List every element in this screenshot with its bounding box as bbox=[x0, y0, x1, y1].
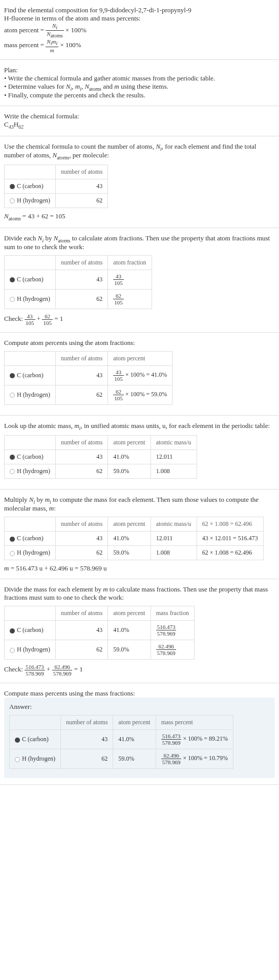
hydrogen-dot-icon bbox=[10, 648, 15, 653]
t: by bbox=[44, 234, 54, 242]
label: atom percent = bbox=[4, 26, 46, 34]
hydrogen-dot-icon bbox=[10, 469, 15, 474]
masspct-table: number of atomsatom percentmass percent … bbox=[9, 715, 233, 769]
val: 43 bbox=[55, 366, 108, 385]
val: 1.008 bbox=[151, 546, 197, 560]
hydrogen-dot-icon bbox=[10, 393, 15, 398]
carbon-dot-icon bbox=[10, 184, 15, 189]
text: using these items. bbox=[119, 83, 168, 90]
el: H (hydrogen) bbox=[22, 755, 55, 762]
col-header: atom fraction bbox=[108, 256, 152, 270]
d: 578.969 bbox=[25, 670, 45, 677]
hydrogen-dot-icon bbox=[10, 551, 15, 556]
val: 43 × 12.011 = 516.473 bbox=[197, 532, 263, 546]
d: 105 bbox=[113, 395, 124, 401]
el: H (hydrogen) bbox=[17, 549, 50, 556]
atom-percent-formula: atom percent = NiNatoms × 100% bbox=[4, 23, 275, 38]
hydrogen-dot-icon bbox=[10, 198, 15, 203]
col-header: atomic mass/u bbox=[151, 517, 197, 532]
plan-bullet: • Write the chemical formula and gather … bbox=[4, 74, 275, 83]
col-header: atom percent bbox=[108, 517, 151, 532]
sub: 62 bbox=[18, 124, 24, 130]
atomic-table: number of atomsatom percentatomic mass/u… bbox=[4, 435, 197, 479]
t: Check: bbox=[4, 315, 25, 323]
n: 43 bbox=[113, 369, 124, 376]
val: 62 bbox=[55, 193, 108, 208]
col-header: 62 × 1.008 = 62.496 bbox=[197, 517, 263, 532]
val: 62 bbox=[60, 749, 113, 769]
atomfrac-section: Divide each Ni by Natoms to calculate at… bbox=[0, 228, 279, 333]
atomic-text: Look up the atomic mass, mi, in unified … bbox=[4, 422, 275, 431]
col-header: number of atoms bbox=[55, 517, 108, 532]
n: 62 bbox=[113, 389, 124, 395]
col-header: atom percent bbox=[108, 352, 173, 366]
col-header: number of atoms bbox=[60, 716, 113, 730]
plan-title: Plan: bbox=[4, 66, 275, 74]
n: 43 bbox=[113, 273, 124, 280]
intro-text: Find the elemental composition for 9,9-d… bbox=[4, 6, 275, 14]
d: 105 bbox=[42, 320, 53, 326]
mult-text: Multiply Ni by mi to compute the mass fo… bbox=[4, 496, 275, 513]
t: by bbox=[35, 496, 45, 503]
val: 41.0% bbox=[108, 532, 151, 546]
atomfrac-table: number of atomsatom fraction C (carbon)4… bbox=[4, 255, 152, 309]
n: 516.473 bbox=[161, 733, 182, 740]
val: 12.011 bbox=[151, 450, 197, 464]
d: 578.969 bbox=[156, 630, 177, 637]
mult-table: number of atomsatom percentatomic mass/u… bbox=[4, 517, 264, 560]
chemical-formula: C43H62 bbox=[4, 120, 275, 130]
el: H (hydrogen) bbox=[17, 646, 50, 653]
table-row: C (carbon)4341.0%516.473578.969 × 100% =… bbox=[10, 730, 233, 749]
r: × 100% = 89.21% bbox=[181, 736, 228, 743]
n: 62.496 bbox=[156, 643, 177, 650]
t: + bbox=[35, 315, 42, 323]
formula-section: Write the chemical formula: C43H62 bbox=[0, 106, 279, 136]
r: × 100% = 10.79% bbox=[181, 755, 228, 762]
r: × 100% = 41.0% bbox=[124, 371, 167, 378]
table-row: H (hydrogen)6259.0%62.496578.969 × 100% … bbox=[10, 749, 233, 769]
times-100: × 100% bbox=[64, 26, 87, 34]
val: 43 bbox=[55, 179, 108, 193]
d: 105 bbox=[113, 299, 124, 305]
carbon-dot-icon bbox=[15, 738, 20, 743]
formula-title: Write the chemical formula: bbox=[4, 112, 275, 120]
t: Check: bbox=[4, 666, 25, 673]
col-header: atom percent bbox=[108, 606, 151, 621]
el: C (carbon) bbox=[17, 626, 44, 634]
val: 59.0% bbox=[113, 749, 156, 769]
el: H (hydrogen) bbox=[17, 467, 50, 475]
massfrac-table: number of atomsatom percentmass fraction… bbox=[4, 606, 195, 660]
check-line: Check: 43105 + 62105 = 1 bbox=[4, 313, 275, 326]
t: = 1 bbox=[72, 666, 82, 673]
val: 62 × 1.008 = 62.496 bbox=[197, 546, 263, 560]
mass-percent-formula: mass percent = Nimim × 100% bbox=[4, 38, 275, 53]
t: , in unified atomic mass units, u, for e… bbox=[80, 422, 270, 430]
d: 105 bbox=[113, 376, 124, 382]
table-row: C (carbon)43 bbox=[5, 179, 108, 193]
el: C (carbon) bbox=[17, 535, 44, 542]
val: 59.0% bbox=[108, 640, 151, 660]
carbon-dot-icon bbox=[10, 628, 15, 634]
plan-section: Plan: • Write the chemical formula and g… bbox=[0, 60, 279, 107]
t: + bbox=[45, 666, 52, 673]
t: Use the chemical formula to count the nu… bbox=[4, 142, 156, 150]
val: 43 bbox=[55, 270, 108, 290]
col-header: number of atoms bbox=[55, 606, 108, 621]
col-header: number of atoms bbox=[55, 165, 108, 179]
masspct-text: Compute mass percents using the mass fra… bbox=[4, 689, 275, 698]
d: 578.969 bbox=[161, 740, 182, 746]
massfrac-section: Divide the mass for each element by m to… bbox=[0, 579, 279, 683]
plan-bullet: • Finally, compute the percents and chec… bbox=[4, 91, 275, 99]
el: C (carbon) bbox=[22, 736, 49, 743]
val: 12.011 bbox=[151, 532, 197, 546]
val: 62 bbox=[55, 385, 108, 405]
table-row: H (hydrogen)6259.0%62.496578.969 bbox=[5, 640, 195, 660]
el: H (hydrogen) bbox=[17, 295, 50, 302]
table-row: H (hydrogen)6259.0%1.00862 × 1.008 = 62.… bbox=[5, 546, 264, 560]
val: 43 bbox=[55, 450, 108, 464]
val: 43 bbox=[60, 730, 113, 749]
massfrac-text: Divide the mass for each element by m to… bbox=[4, 585, 275, 602]
text: • Determine values for bbox=[4, 83, 66, 90]
n: 62 bbox=[42, 313, 53, 320]
col-header: atom percent bbox=[113, 716, 156, 730]
